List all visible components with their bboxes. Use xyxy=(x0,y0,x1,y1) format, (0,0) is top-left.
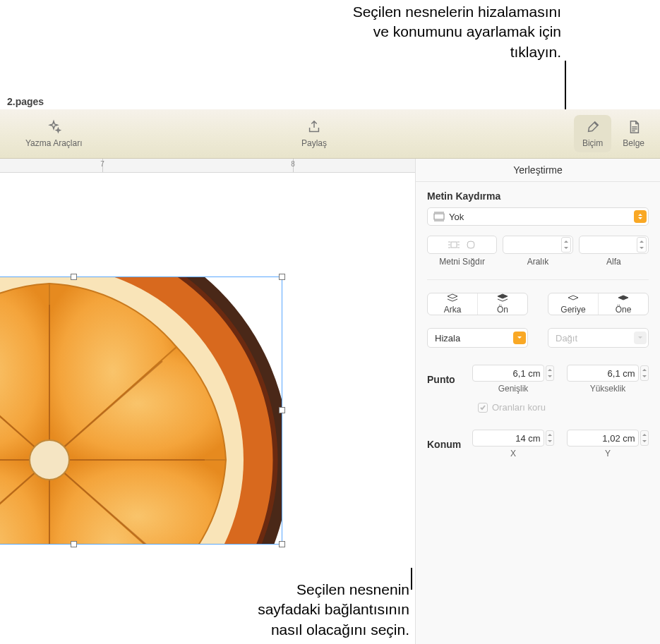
popup-value: Yok xyxy=(446,212,634,222)
chevron-up-icon xyxy=(562,238,570,245)
divider xyxy=(427,279,649,280)
text-wrap-label: Metin Kaydırma xyxy=(427,190,649,202)
backward-forward-segment[interactable]: Geriye Öne xyxy=(548,293,649,315)
share-button[interactable]: Paylaş xyxy=(293,115,335,152)
toolbar-label: Paylaş xyxy=(301,138,327,148)
text-fit-icon xyxy=(448,240,460,250)
callout-bottom-left: Seçilen nesnenin sayfadaki bağlantısının… xyxy=(251,580,409,640)
text-fit-icon xyxy=(464,240,477,250)
document-canvas[interactable] xyxy=(0,173,415,568)
chevron-down-icon xyxy=(641,438,648,445)
resize-handle[interactable] xyxy=(279,274,285,280)
callout-top: Seçilen nesnelerin hizalamasını ve konum… xyxy=(353,2,561,62)
wrap-none-icon xyxy=(432,212,446,221)
chevron-up-icon xyxy=(637,238,646,245)
chevron-up-icon xyxy=(546,366,553,373)
layers-front-icon xyxy=(496,293,509,304)
chevron-down-icon xyxy=(562,245,570,252)
y-field[interactable]: 1,02 cm xyxy=(567,430,639,446)
popup-value: Hizala xyxy=(432,333,513,344)
constrain-checkbox[interactable]: Oranları koru xyxy=(478,402,649,413)
spacing-label: Aralık xyxy=(527,257,549,267)
chevron-down-icon xyxy=(634,332,647,344)
stepper[interactable] xyxy=(640,430,649,446)
layers-back-icon xyxy=(446,293,459,304)
position-label: Konum xyxy=(427,439,465,450)
resize-handle[interactable] xyxy=(71,274,77,280)
height-sublabel: Yükseklik xyxy=(590,384,626,394)
spacing-field[interactable] xyxy=(503,236,572,254)
send-backward-button[interactable]: Geriye xyxy=(548,293,598,315)
size-label: Punto xyxy=(427,374,465,385)
document-icon xyxy=(626,119,642,137)
alpha-field[interactable] xyxy=(579,236,649,254)
toolbar-label: Yazma Araçları xyxy=(25,138,82,148)
chevron-down-icon xyxy=(546,373,553,380)
distribute-popup[interactable]: Dağıt xyxy=(548,328,649,348)
document-button[interactable]: Belge xyxy=(614,115,653,152)
chevron-down-icon xyxy=(641,373,648,380)
brush-icon xyxy=(585,119,601,137)
bring-forward-button[interactable]: Öne xyxy=(598,293,648,315)
share-icon xyxy=(306,119,322,137)
text-wrap-popup[interactable]: Yok xyxy=(427,207,649,226)
svg-rect-17 xyxy=(451,242,457,248)
chevron-updown-icon xyxy=(634,210,647,223)
align-popup[interactable]: Hizala xyxy=(427,328,528,348)
constrain-label: Oranları koru xyxy=(492,402,546,413)
stepper[interactable] xyxy=(546,430,554,446)
resize-handle[interactable] xyxy=(279,541,285,547)
text-fit-button[interactable] xyxy=(427,236,497,254)
checkbox-icon xyxy=(478,403,488,413)
width-sublabel: Genişlik xyxy=(498,384,529,394)
toolbar-label: Belge xyxy=(623,138,644,148)
stepper[interactable] xyxy=(546,365,554,381)
chevron-up-icon xyxy=(641,366,648,373)
stepper[interactable] xyxy=(640,365,649,381)
sparkle-icon xyxy=(46,119,61,137)
send-to-back-button[interactable]: Arka xyxy=(428,293,477,315)
seg-label: Öne xyxy=(616,305,632,315)
format-button[interactable]: Biçim xyxy=(574,115,611,152)
toolbar-label: Biçim xyxy=(582,138,603,148)
tab-arrange[interactable]: Yerleştirme xyxy=(416,159,660,182)
x-sublabel: X xyxy=(510,449,516,458)
selection-frame[interactable] xyxy=(0,277,282,545)
layer-up-icon xyxy=(617,293,630,304)
chevron-down-icon xyxy=(513,332,526,344)
stepper[interactable] xyxy=(637,237,647,253)
window-title: 2.pages xyxy=(0,96,660,107)
chevron-down-icon xyxy=(546,438,553,445)
svg-rect-14 xyxy=(434,214,444,219)
seg-label: Geriye xyxy=(560,305,585,315)
ruler-mark: 7 xyxy=(100,160,104,168)
send-back-front-segment[interactable]: Arka Ön xyxy=(427,293,528,315)
y-sublabel: Y xyxy=(605,449,611,458)
ruler-mark: 8 xyxy=(291,160,295,168)
popup-value: Dağıt xyxy=(553,333,634,344)
seg-label: Ön xyxy=(497,305,508,315)
resize-handle[interactable] xyxy=(71,541,77,547)
x-field[interactable]: 14 cm xyxy=(472,430,544,446)
format-inspector: Yerleştirme Metin Kaydırma Yok Metni Sığ… xyxy=(415,159,660,644)
toolbar: Yazma Araçları Paylaş Biçim Belge xyxy=(0,109,660,159)
chevron-up-icon xyxy=(641,431,648,438)
bring-to-front-button[interactable]: Ön xyxy=(477,293,527,315)
alpha-label: Alfa xyxy=(606,257,621,267)
fit-label: Metni Sığdır xyxy=(439,257,485,267)
writing-tools-button[interactable]: Yazma Araçları xyxy=(17,115,90,152)
chevron-down-icon xyxy=(637,245,646,252)
height-field[interactable]: 6,1 cm xyxy=(567,365,639,382)
layer-down-icon xyxy=(567,293,580,304)
chevron-up-icon xyxy=(546,431,553,438)
ruler[interactable]: 7 8 xyxy=(0,159,415,173)
stepper[interactable] xyxy=(561,237,571,253)
resize-handle[interactable] xyxy=(279,407,285,413)
width-field[interactable]: 6,1 cm xyxy=(472,365,544,382)
seg-label: Arka xyxy=(444,305,462,315)
